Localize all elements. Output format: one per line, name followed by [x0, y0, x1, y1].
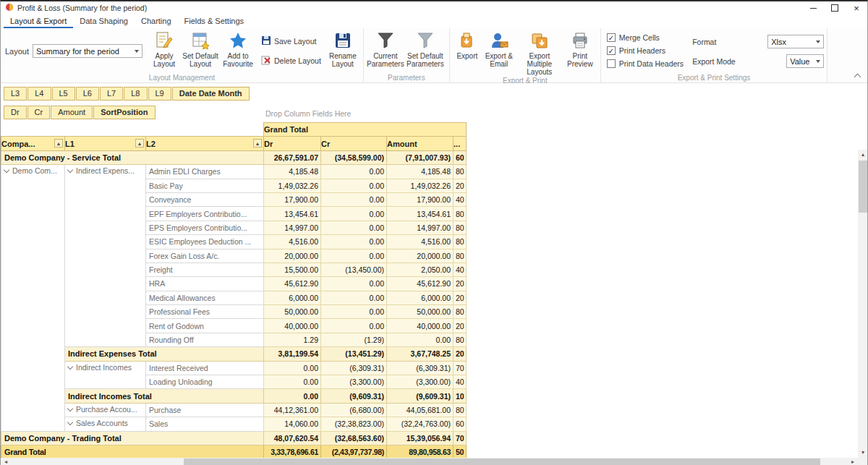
- add-to-favourite-button[interactable]: Add to Favourite: [219, 28, 257, 68]
- window-controls: ×: [802, 1, 867, 14]
- pivot-grid: Grand Total Compa...▲ L1▲ L2▲ Dr Cr Amou…: [1, 122, 467, 459]
- checkbox-print-data-headers[interactable]: Print Data Headers: [607, 59, 684, 68]
- dr-value: 1.29: [264, 333, 321, 346]
- dr-value: 6,000.00: [264, 291, 321, 304]
- close-button[interactable]: ×: [846, 1, 867, 14]
- apply-layout-button[interactable]: Apply Layout: [147, 28, 182, 68]
- export-email-button[interactable]: Export & Email: [482, 28, 516, 68]
- field-button-cr[interactable]: Cr: [27, 106, 51, 119]
- format-combo[interactable]: Xlsx: [767, 35, 824, 48]
- tab-fields-settings[interactable]: Fields & Settings: [178, 15, 251, 28]
- chevron-down-icon[interactable]: [131, 45, 142, 57]
- field-button-l7[interactable]: L7: [100, 87, 123, 101]
- save-layout-label: Save Layout: [274, 37, 316, 46]
- sort-asc-icon[interactable]: ▲: [135, 139, 144, 148]
- col-header-sortposition[interactable]: ...: [454, 137, 467, 150]
- l2-cell: Medical Allowances: [146, 291, 264, 304]
- set-default-parameters-button[interactable]: Set Default Parameters: [404, 28, 446, 68]
- dr-value: 15,500.00: [264, 263, 321, 276]
- amount-value: 2,050.00: [387, 263, 454, 276]
- expand-chevron-icon[interactable]: [67, 419, 73, 425]
- save-layout-button[interactable]: Save Layout: [261, 35, 321, 47]
- ribbon-group-parameters: Current Parameters Set Default Parameter…: [364, 28, 450, 82]
- horizontal-scrollbar[interactable]: ◂ ▸: [1, 458, 858, 465]
- print-preview-button[interactable]: Print Preview: [563, 28, 597, 68]
- vertical-scroll-thumb[interactable]: [859, 161, 867, 213]
- expand-chevron-icon[interactable]: [4, 167, 9, 173]
- export-mode-combo[interactable]: Value: [786, 54, 824, 68]
- dr-value: 0.00: [264, 361, 321, 375]
- field-button-dr[interactable]: Dr: [4, 106, 27, 119]
- checked-checkbox-icon: ✓: [607, 33, 616, 42]
- chevron-down-icon[interactable]: [812, 35, 823, 48]
- dr-value: 40,000.00: [264, 319, 321, 333]
- scroll-down-icon[interactable]: ▾: [858, 448, 868, 458]
- l2-cell: Sales: [146, 417, 264, 431]
- field-button-l8[interactable]: L8: [124, 87, 147, 101]
- apply-layout-icon: [155, 30, 174, 51]
- export-email-label: Export & Email: [482, 52, 516, 68]
- field-button-l9[interactable]: L9: [148, 87, 171, 101]
- field-button-l5[interactable]: L5: [52, 87, 75, 101]
- amount-value: 17,900.00: [387, 192, 454, 206]
- column-header-row: Compa...▲ L1▲ L2▲ Dr Cr Amount ...: [1, 137, 467, 150]
- maximize-button[interactable]: [824, 1, 846, 14]
- row-header-l1[interactable]: L1▲: [65, 137, 146, 150]
- chevron-down-icon[interactable]: [812, 55, 823, 67]
- checkbox-print-headers[interactable]: ✓Print Headers: [607, 46, 684, 55]
- scroll-left-icon[interactable]: ◂: [1, 458, 11, 465]
- apply-layout-label: Apply Layout: [147, 52, 182, 68]
- set-default-layout-button[interactable]: Set Default Layout: [182, 28, 219, 68]
- ribbon-group-export-print-settings: ✓Merge Cells✓Print HeadersPrint Data Hea…: [601, 28, 827, 82]
- sortposition-value: 20: [454, 179, 467, 192]
- cr-value: (9,609.31): [321, 389, 387, 403]
- dr-value: 50,000.00: [264, 305, 321, 319]
- col-header-dr[interactable]: Dr: [264, 137, 321, 150]
- field-button-date-date-month[interactable]: Date Date Month: [172, 87, 250, 101]
- rename-layout-button[interactable]: Rename Layout: [326, 28, 360, 68]
- tab-layout-export[interactable]: Layout & Export: [4, 15, 73, 28]
- l2-cell: HRA: [146, 277, 264, 291]
- export-button[interactable]: Export: [453, 28, 482, 60]
- row-header-company[interactable]: Compa...▲: [1, 137, 65, 150]
- l1-group-cell[interactable]: Indirect Expens...: [65, 165, 146, 347]
- scroll-up-icon[interactable]: ▴: [858, 150, 868, 160]
- expand-chevron-icon[interactable]: [67, 406, 73, 411]
- delete-layout-button[interactable]: Delete Layout: [261, 55, 321, 67]
- minimize-button[interactable]: [802, 1, 824, 14]
- company-group-cell[interactable]: Demo Com...: [1, 165, 65, 431]
- col-header-amount[interactable]: Amount: [387, 137, 454, 150]
- expand-chevron-icon[interactable]: [67, 167, 73, 173]
- set-default-layout-icon: [191, 30, 210, 51]
- collapse-ribbon-button[interactable]: [852, 72, 862, 80]
- scrollbar-corner: [858, 458, 868, 465]
- row-header-l2[interactable]: L2▲: [146, 137, 264, 150]
- set-default-parameters-icon: [416, 30, 435, 51]
- field-button-sortposition[interactable]: SortPosition: [93, 106, 155, 119]
- tab-charting[interactable]: Charting: [135, 15, 178, 28]
- checkbox-merge-cells[interactable]: ✓Merge Cells: [607, 33, 684, 42]
- collapse-ribbon-icon: [854, 74, 861, 81]
- grand-total-column-header[interactable]: Grand Total: [264, 123, 467, 137]
- vertical-scrollbar[interactable]: ▴ ▾: [858, 150, 868, 458]
- col-header-cr[interactable]: Cr: [321, 137, 387, 150]
- horizontal-scroll-thumb[interactable]: [184, 458, 820, 465]
- expand-chevron-icon[interactable]: [67, 363, 73, 369]
- field-button-l3[interactable]: L3: [4, 87, 27, 101]
- current-parameters-button[interactable]: Current Parameters: [367, 28, 404, 68]
- l2-cell: Rent of Godown: [146, 319, 264, 333]
- sort-asc-icon[interactable]: ▲: [253, 139, 262, 148]
- checkbox-label: Merge Cells: [619, 33, 660, 42]
- field-button-amount[interactable]: Amount: [51, 106, 93, 119]
- field-button-l6[interactable]: L6: [76, 87, 99, 101]
- l1-group-cell[interactable]: Indirect Incomes: [65, 361, 146, 389]
- scroll-right-icon[interactable]: ▸: [848, 458, 858, 465]
- l1-group-cell[interactable]: Purchase Accou...: [65, 403, 146, 417]
- field-button-l4[interactable]: L4: [27, 87, 51, 101]
- tab-data-shaping[interactable]: Data Shaping: [73, 15, 135, 28]
- l1-group-cell[interactable]: Sales Accounts: [65, 417, 146, 431]
- layout-combo[interactable]: Summary for the period: [33, 44, 142, 58]
- dr-value: 45,612.90: [264, 277, 321, 291]
- sort-asc-icon[interactable]: ▲: [54, 139, 63, 148]
- export-multiple-layouts-button[interactable]: Export Multiple Layouts: [516, 28, 563, 76]
